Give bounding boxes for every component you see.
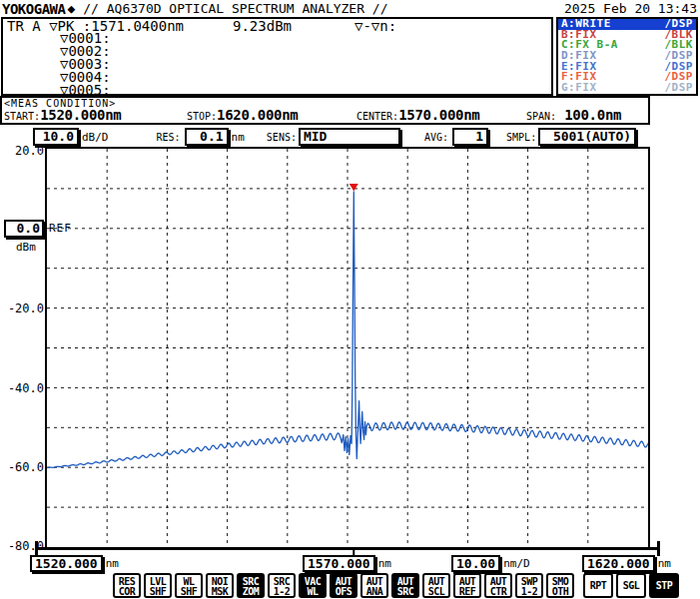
- toolbar: RESCORLVLSHFWLSHFNOIMSKSRCZOMSRC1-2VACWL…: [113, 573, 679, 598]
- brand-logo: YOKOGAWA: [0, 1, 65, 17]
- resolution-box[interactable]: 0.1: [185, 128, 229, 146]
- toolbar-button-wl-shf[interactable]: WLSHF: [175, 573, 203, 598]
- brand-diamond-icon: ◆: [67, 1, 75, 16]
- toolbar-button-src-zom[interactable]: SRCZOM: [237, 573, 265, 598]
- span-field[interactable]: SPAN: 100.0nm: [526, 107, 621, 123]
- sens-label: SENS:: [267, 132, 297, 143]
- level-scale-unit: dB/D: [82, 131, 109, 144]
- toolbar-button-src-1-2[interactable]: SRC1-2: [268, 573, 296, 598]
- toolbar-button-aut-ctr[interactable]: AUTCTR: [484, 573, 512, 598]
- toolbar-button-aut-src[interactable]: AUTSRC: [391, 573, 419, 598]
- title-bar: YOKOGAWA ◆ // AQ6370D OPTICAL SPECTRUM A…: [0, 0, 700, 17]
- toolbar-button-aut-scl[interactable]: AUTSCL: [422, 573, 450, 598]
- trace-info-box: TR A ▽PK :1571.0400nm 9.23dBm ▽-▽n: ▽000…: [1, 17, 553, 96]
- toolbar-button-swp-1-2[interactable]: SWP1-2: [515, 573, 543, 598]
- center-wavelength-field[interactable]: CENTER:1570.000nm: [356, 107, 479, 123]
- toolbar-button-noi-msk[interactable]: NOIMSK: [206, 573, 234, 598]
- ref-unit-label: dBm: [16, 241, 36, 254]
- peak-marker-icon: [350, 184, 358, 192]
- spectrum-plot[interactable]: [35, 147, 660, 558]
- peak-level-readout: 9.23dBm: [233, 20, 292, 33]
- trace-status-panel: A:WRITE/DSPB:FIX/BLKC:FX B-A/BLKD:FIX/DS…: [556, 17, 698, 96]
- marker-row-5: ▽0005:: [3, 84, 551, 97]
- sensitivity-box[interactable]: MID: [299, 128, 400, 146]
- smpl-label: SMPL:: [506, 132, 536, 143]
- toolbar-button-sgl[interactable]: SGL: [616, 573, 646, 598]
- toolbar-button-lvl-shf[interactable]: LVLSHF: [144, 573, 172, 598]
- marker-delta-label: ▽-▽n:: [354, 20, 396, 33]
- trace-status-row-g[interactable]: G:FIX/DSP: [558, 83, 696, 94]
- peak-readout-row: TR A ▽PK :1571.0400nm 9.23dBm ▽-▽n:: [3, 19, 551, 32]
- stop-wavelength-field[interactable]: STOP:1620.000nm: [187, 107, 298, 123]
- toolbar-button-smo-oth[interactable]: SMOOTH: [546, 573, 574, 598]
- sweep-settings-row: 10.0 dB/D RES: 0.1 nm SENS: MID AVG: 1 S…: [0, 126, 700, 148]
- toolbar-button-aut-ana[interactable]: AUTANA: [360, 573, 388, 598]
- toolbar-button-res-cor[interactable]: RESCOR: [113, 573, 141, 598]
- peak-wavelength-readout: TR A ▽PK :1571.0400nm: [7, 20, 184, 33]
- avg-label: AVG:: [424, 132, 448, 143]
- x-center-field[interactable]: 1570.000 nm: [303, 555, 391, 572]
- meas-condition-box: <MEAS CONDITION> START:1520.000nm STOP:1…: [0, 96, 650, 125]
- x-start-field[interactable]: 1520.000 nm: [30, 555, 119, 572]
- trace-name: G:FIX: [561, 83, 597, 94]
- app-title: // AQ6370D OPTICAL SPECTRUM ANALYZER //: [83, 1, 387, 16]
- toolbar-button-vac-wl[interactable]: VACWL: [299, 573, 327, 598]
- res-unit: nm: [232, 131, 245, 144]
- toolbar-button-rpt[interactable]: RPT: [583, 573, 613, 598]
- toolbar-button-aut-ofs[interactable]: AUTOFS: [330, 573, 357, 598]
- res-label: RES:: [157, 132, 181, 143]
- trace-display-mode: /DSP: [665, 83, 694, 94]
- datetime: 2025 Feb 20 13:43: [564, 1, 700, 16]
- start-wavelength-field[interactable]: START:1520.000nm: [4, 107, 121, 123]
- toolbar-button-stp[interactable]: STP: [649, 573, 679, 598]
- x-stop-field[interactable]: 1620.000 nm: [582, 555, 671, 572]
- sampling-box[interactable]: 5001(AUTO): [538, 128, 636, 146]
- x-per-div-field[interactable]: 10.00 nm/D: [451, 555, 530, 572]
- toolbar-button-aut-ref[interactable]: AUTREF: [453, 573, 481, 598]
- average-box[interactable]: 1: [452, 128, 488, 146]
